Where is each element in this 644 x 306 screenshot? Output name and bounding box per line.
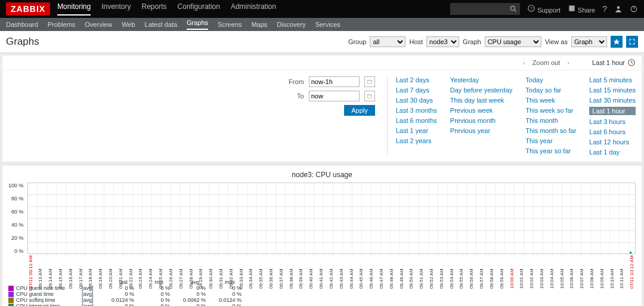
preset-day-before-yesterday[interactable]: Day before yesterday [450,86,513,94]
preset-last-1-year[interactable]: Last 1 year [396,127,437,134]
graph-filters: Group all Host node3 Graph CPU usage Vie… [348,36,638,48]
subnav-discovery[interactable]: Discovery [277,21,305,28]
xtick: 09:17 AM [78,255,83,289]
xtick: 10:02 AM [529,255,534,289]
fromto-controls: From To Apply [8,76,388,156]
preset-this-week[interactable]: This week [525,97,576,104]
xtick: 09:44 AM [349,255,354,289]
host-select[interactable]: node3 [426,36,459,47]
preset-last-15-minutes[interactable]: Last 15 minutes [589,86,636,94]
legend-val: 0 % [170,303,206,306]
zoom-out-link[interactable]: Zoom out [532,59,560,66]
xtick: 10:09 AM [599,255,605,289]
data-bar [630,252,631,254]
preset-last-1-hour[interactable]: Last 1 hour [589,107,636,115]
legend-val: 0.0124 % [98,297,134,303]
group-label: Group [348,38,367,45]
preset-last-2-years[interactable]: Last 2 years [396,137,437,144]
preset-this-year-so-far[interactable]: This year so far [525,147,576,154]
xtick: 09:43 AM [339,255,344,289]
preset-this-year[interactable]: This year [525,137,576,144]
subnav-dashboard[interactable]: Dashboard [6,21,38,28]
preset-last-1-day[interactable]: Last 1 day [589,149,636,156]
subnav-screens[interactable]: Screens [218,21,242,28]
preset-previous-week[interactable]: Previous week [450,107,513,114]
apply-button[interactable]: Apply [344,105,375,116]
xtick: 10:06 AM [569,255,574,289]
svg-rect-12 [367,80,372,84]
svg-text:?: ? [530,6,532,11]
xtick: 09:49 AM [399,255,404,289]
chart-container: node3: CPU usage 100 %80 %60 %40 %20 %0 … [2,166,642,306]
xtick: 09:56 AM [469,255,474,289]
subnav-graphs[interactable]: Graphs [187,19,208,30]
xtick: 09:47 AM [379,255,384,289]
legend-row: CPU softirq time[avg]0.0124 %0 %0.0062 %… [8,297,636,303]
legend-val: 0 % [134,291,170,297]
support-link[interactable]: ? Support [527,4,561,14]
host-label: Host [409,38,423,45]
subnav-services[interactable]: Services [315,21,340,28]
preset-last-30-days[interactable]: Last 30 days [396,97,437,104]
xtick: 09:51 AM [419,255,424,289]
xtick: 10:00 AM [509,255,515,289]
chart-grid[interactable] [27,183,636,254]
search-wrap[interactable] [450,3,520,15]
preset-this-month-so-far[interactable]: This month so far [525,127,576,134]
preset-last-3-hours[interactable]: Last 3 hours [589,118,636,125]
user-icon[interactable] [614,5,623,13]
preset-this-week-so-far[interactable]: This week so far [525,107,576,114]
preset-last-12-hours[interactable]: Last 12 hours [589,138,636,146]
legend-val: 0.0062 % [170,297,206,303]
topnav-administration[interactable]: Administration [231,2,276,16]
topnav-inventory[interactable]: Inventory [101,2,131,16]
preset-today-so-far[interactable]: Today so far [525,86,576,94]
preset-today[interactable]: Today [525,76,576,84]
graph-select[interactable]: CPU usage [485,36,541,47]
ytick: 40 % [11,222,24,228]
preset-last-7-days[interactable]: Last 7 days [396,86,437,94]
preset-previous-year[interactable]: Previous year [450,127,513,134]
power-icon[interactable] [630,5,638,13]
from-input[interactable] [309,76,360,87]
preset-yesterday[interactable]: Yesterday [450,76,513,84]
preset-this-day-last-week[interactable]: This day last week [450,97,513,104]
group-select[interactable]: all [370,36,405,47]
preset-last-5-minutes[interactable]: Last 5 minutes [589,76,636,84]
help-icon[interactable]: ? [602,4,607,14]
preset-this-month[interactable]: This month [525,117,576,124]
svg-line-1 [515,10,516,12]
preset-last-30-minutes[interactable]: Last 30 minutes [589,97,636,104]
subnav-overview[interactable]: Overview [85,21,112,28]
next-arrow-icon[interactable]: › [567,59,569,66]
fullscreen-button[interactable] [626,36,638,48]
subnav-maps[interactable]: Maps [251,21,267,28]
from-calendar-icon[interactable] [364,76,375,87]
topnav-configuration[interactable]: Configuration [178,2,220,16]
prev-arrow-icon[interactable]: ‹ [523,59,525,66]
topnav-monitoring[interactable]: Monitoring [57,2,91,16]
to-label: To [297,92,304,100]
topnav-reports[interactable]: Reports [142,2,167,16]
xtick: 10:04 AM [549,255,555,289]
current-range[interactable]: Last 1 hour [592,58,636,67]
preset-last-2-days[interactable]: Last 2 days [396,76,437,84]
xtick: 09:36 AM [268,255,274,289]
xtick: 09:16 AM [68,255,73,289]
preset-last-3-months[interactable]: Last 3 months [396,107,437,114]
preset-last-6-hours[interactable]: Last 6 hours [589,128,636,135]
share-link[interactable]: Share [568,4,595,14]
subnav-problems[interactable]: Problems [48,21,75,28]
xtick: 10:07 AM [579,255,584,289]
xtick: 10:03 AM [539,255,544,289]
viewas-select[interactable]: Graph [571,36,607,47]
favorite-button[interactable] [611,36,623,48]
search-input[interactable] [453,3,509,15]
to-input[interactable] [309,91,360,101]
xtick: 10:01 AM [519,255,524,289]
subnav-latest-data[interactable]: Latest data [145,21,177,28]
preset-previous-month[interactable]: Previous month [450,117,513,124]
subnav-web[interactable]: Web [122,21,135,28]
preset-last-6-months[interactable]: Last 6 months [396,117,437,124]
to-calendar-icon[interactable] [364,91,375,101]
